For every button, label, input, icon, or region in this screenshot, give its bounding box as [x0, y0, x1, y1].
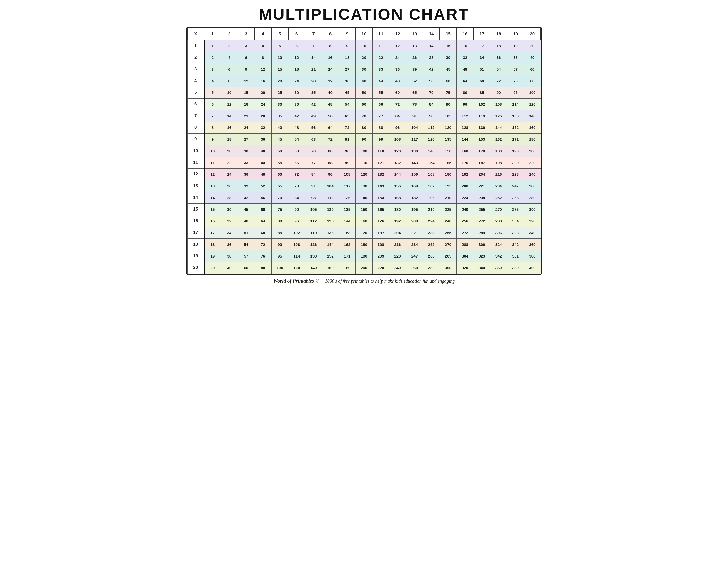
cell-4-5: 20	[271, 75, 288, 87]
cell-14-6: 84	[288, 192, 305, 203]
cell-19-4: 76	[255, 250, 271, 262]
cell-20-2: 40	[221, 262, 238, 273]
cell-14-9: 126	[339, 192, 356, 203]
cell-19-13: 247	[406, 250, 423, 262]
cell-14-11: 154	[372, 192, 389, 203]
cell-14-2: 28	[221, 192, 238, 203]
cell-14-17: 238	[473, 192, 490, 203]
cell-5-14: 70	[423, 87, 440, 98]
cell-5-17: 85	[473, 87, 490, 98]
header-col-9: 9	[339, 28, 356, 40]
cell-3-10: 30	[356, 63, 372, 75]
cell-3-20: 60	[524, 63, 541, 75]
cell-20-7: 140	[305, 262, 322, 273]
cell-4-2: 8	[221, 75, 238, 87]
cell-7-19: 133	[507, 110, 524, 122]
cell-13-7: 91	[305, 180, 322, 192]
cell-17-15: 255	[440, 227, 456, 238]
cell-19-8: 152	[322, 250, 339, 262]
cell-10-15: 150	[440, 145, 456, 157]
cell-3-2: 6	[221, 63, 238, 75]
cell-18-13: 234	[406, 238, 423, 250]
cell-5-19: 95	[507, 87, 524, 98]
cell-11-4: 44	[255, 157, 271, 168]
cell-11-1: 11	[204, 157, 221, 168]
cell-3-11: 33	[372, 63, 389, 75]
cell-10-10: 100	[356, 145, 372, 157]
cell-2-6: 12	[288, 52, 305, 63]
cell-18-11: 198	[372, 238, 389, 250]
cell-14-18: 252	[490, 192, 507, 203]
cell-10-13: 130	[406, 145, 423, 157]
cell-16-11: 176	[372, 215, 389, 227]
cell-4-15: 60	[440, 75, 456, 87]
cell-16-9: 144	[339, 215, 356, 227]
cell-15-4: 60	[255, 203, 271, 215]
cell-10-5: 50	[271, 145, 288, 157]
cell-16-5: 80	[271, 215, 288, 227]
cell-5-6: 30	[288, 87, 305, 98]
cell-1-11: 11	[372, 40, 389, 52]
cell-16-10: 160	[356, 215, 372, 227]
cell-7-6: 42	[288, 110, 305, 122]
cell-12-4: 48	[255, 168, 271, 180]
cell-20-14: 280	[423, 262, 440, 273]
row-header-18: 18	[187, 238, 204, 250]
cell-15-12: 180	[389, 203, 406, 215]
cell-19-1: 19	[204, 250, 221, 262]
header-col-19: 19	[507, 28, 524, 40]
cell-12-19: 228	[507, 168, 524, 180]
cell-12-5: 60	[271, 168, 288, 180]
cell-19-16: 304	[457, 250, 473, 262]
cell-17-1: 17	[204, 227, 221, 238]
cell-1-3: 3	[238, 40, 255, 52]
cell-9-12: 108	[389, 133, 406, 145]
cell-2-18: 36	[490, 52, 507, 63]
cell-4-14: 56	[423, 75, 440, 87]
cell-20-13: 260	[406, 262, 423, 273]
cell-11-15: 165	[440, 157, 456, 168]
cell-20-1: 20	[204, 262, 221, 273]
cell-8-17: 136	[473, 122, 490, 133]
multiplication-chart: X123456789101112131415161718192011234567…	[186, 27, 542, 274]
cell-9-11: 99	[372, 133, 389, 145]
cell-13-4: 52	[255, 180, 271, 192]
cell-9-9: 81	[339, 133, 356, 145]
row-header-5: 5	[187, 87, 204, 98]
cell-6-3: 18	[238, 98, 255, 110]
cell-1-19: 19	[507, 40, 524, 52]
cell-4-16: 64	[457, 75, 473, 87]
cell-18-1: 18	[204, 238, 221, 250]
cell-4-13: 52	[406, 75, 423, 87]
cell-14-5: 70	[271, 192, 288, 203]
cell-1-13: 13	[406, 40, 423, 52]
cell-17-2: 34	[221, 227, 238, 238]
cell-13-6: 78	[288, 180, 305, 192]
cell-4-11: 44	[372, 75, 389, 87]
cell-7-12: 84	[389, 110, 406, 122]
row-header-11: 11	[187, 157, 204, 168]
cell-12-1: 12	[204, 168, 221, 180]
row-header-13: 13	[187, 180, 204, 192]
cell-9-6: 54	[288, 133, 305, 145]
cell-11-5: 55	[271, 157, 288, 168]
cell-18-7: 126	[305, 238, 322, 250]
cell-1-7: 7	[305, 40, 322, 52]
cell-12-9: 108	[339, 168, 356, 180]
cell-10-20: 200	[524, 145, 541, 157]
cell-16-16: 256	[457, 215, 473, 227]
cell-4-7: 28	[305, 75, 322, 87]
header-col-16: 16	[457, 28, 473, 40]
cell-1-20: 20	[524, 40, 541, 52]
footer: World of Printables ♡ 1000's of free pri…	[273, 278, 455, 284]
cell-3-15: 45	[440, 63, 456, 75]
cell-3-16: 48	[457, 63, 473, 75]
cell-12-18: 216	[490, 168, 507, 180]
cell-9-13: 117	[406, 133, 423, 145]
cell-18-17: 306	[473, 238, 490, 250]
cell-3-12: 36	[389, 63, 406, 75]
cell-13-13: 169	[406, 180, 423, 192]
cell-3-9: 27	[339, 63, 356, 75]
page-title: MULTIPLICATION CHART	[259, 5, 469, 23]
cell-17-4: 68	[255, 227, 271, 238]
